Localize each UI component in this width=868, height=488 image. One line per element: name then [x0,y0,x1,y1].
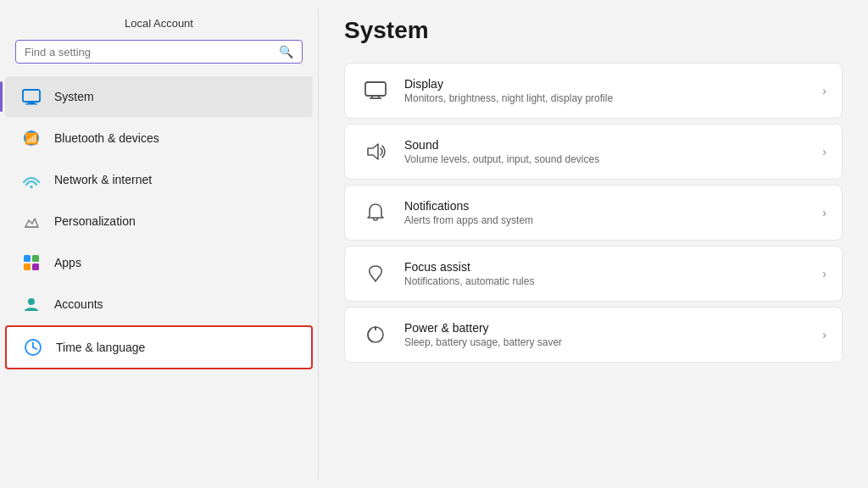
search-box-wrap: 🔍 [0,40,318,75]
sidebar-item-label-apps: Apps [54,256,81,269]
svg-rect-8 [32,255,39,262]
sound-icon [360,136,391,167]
sidebar-item-label-accounts: Accounts [54,297,103,311]
sound-chevron: › [822,145,826,158]
svg-line-14 [33,347,36,349]
focus-icon [360,258,391,289]
focus-chevron: › [822,267,826,280]
power-text: Power & battery Sleep, battery usage, ba… [404,321,822,348]
focus-text: Focus assist Notifications, automatic ru… [404,260,822,287]
sidebar-item-label-time: Time & language [56,341,145,354]
user-account-label: Local Account [0,8,318,40]
settings-item-power[interactable]: Power & battery Sleep, battery usage, ba… [344,307,843,363]
svg-point-5 [30,186,33,189]
sidebar-item-network[interactable]: Network & internet [5,159,313,200]
sidebar-item-bluetooth[interactable]: 📶 Bluetooth & devices [5,118,313,158]
svg-rect-2 [25,103,37,105]
sidebar-item-accounts[interactable]: Accounts [5,284,313,324]
sidebar-item-label-system: System [54,90,94,103]
display-chevron: › [822,84,826,97]
power-icon [360,319,391,350]
svg-rect-9 [24,263,31,270]
notifications-text: Notifications Alerts from apps and syste… [404,199,822,226]
sound-subtitle: Volume levels, output, input, sound devi… [404,153,822,165]
svg-rect-15 [365,82,386,96]
notifications-subtitle: Alerts from apps and system [404,214,822,226]
power-chevron: › [822,328,826,341]
sidebar-item-label-bluetooth: Bluetooth & devices [54,131,159,145]
settings-list: Display Monitors, brightness, night ligh… [344,63,843,363]
network-icon [20,169,42,191]
sidebar-item-label-personalization: Personalization [54,214,136,228]
search-box[interactable]: 🔍 [15,40,303,64]
nav-list: System 📶 Bluetooth & devices [0,75,318,488]
sidebar-item-apps[interactable]: Apps [5,242,313,283]
svg-rect-1 [28,102,35,103]
sidebar-item-personalization[interactable]: Personalization [5,201,313,241]
power-subtitle: Sleep, battery usage, battery saver [404,336,822,348]
sidebar-item-time[interactable]: Time & language [5,325,313,369]
focus-subtitle: Notifications, automatic rules [404,275,822,287]
svg-marker-19 [368,144,378,159]
page-title: System [344,17,843,44]
personalization-icon [20,210,42,232]
time-icon [22,336,44,358]
search-input[interactable] [25,46,279,58]
settings-item-display[interactable]: Display Monitors, brightness, night ligh… [344,63,843,119]
sound-text: Sound Volume levels, output, input, soun… [404,138,822,165]
display-icon [360,75,391,106]
settings-item-sound[interactable]: Sound Volume levels, output, input, soun… [344,124,843,180]
main-content: System Display Monitors, brightness, nig… [319,0,868,488]
sidebar-item-label-network: Network & internet [54,173,152,186]
notifications-chevron: › [822,206,826,219]
display-title: Display [404,77,822,91]
search-icon: 🔍 [279,45,293,58]
svg-rect-10 [32,263,39,270]
sidebar: Local Account 🔍 System [0,0,318,488]
display-subtitle: Monitors, brightness, night light, displ… [404,92,822,104]
settings-item-focus[interactable]: Focus assist Notifications, automatic ru… [344,246,843,302]
focus-title: Focus assist [404,260,822,274]
bluetooth-icon: 📶 [20,127,42,149]
notifications-icon [360,197,391,228]
sidebar-item-system[interactable]: System [5,76,313,117]
svg-rect-0 [23,90,40,102]
sound-title: Sound [404,138,822,152]
accounts-icon [20,293,42,315]
apps-icon [20,252,42,274]
svg-text:📶: 📶 [25,131,39,146]
svg-rect-7 [24,255,31,262]
svg-point-11 [28,298,35,305]
notifications-title: Notifications [404,199,822,213]
system-icon [20,86,42,108]
display-text: Display Monitors, brightness, night ligh… [404,77,822,104]
settings-item-notifications[interactable]: Notifications Alerts from apps and syste… [344,185,843,241]
power-title: Power & battery [404,321,822,335]
